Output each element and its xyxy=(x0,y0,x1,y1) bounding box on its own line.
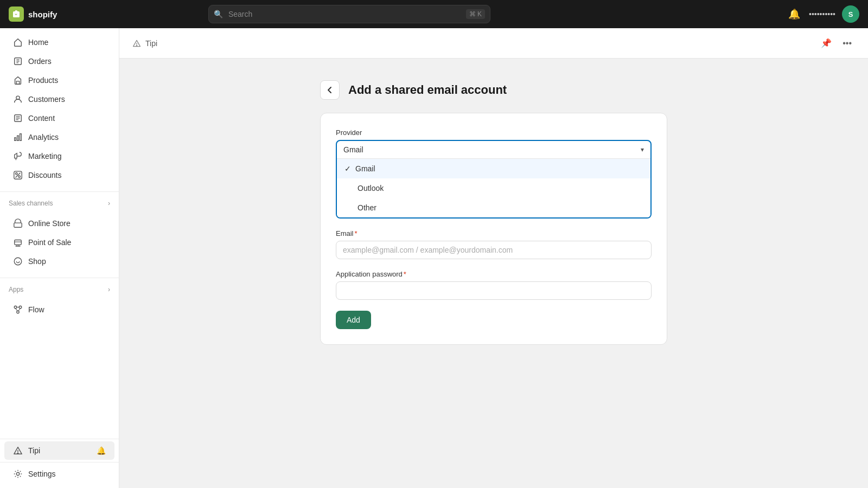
sidebar-item-home[interactable]: Home xyxy=(4,33,114,52)
discounts-icon xyxy=(13,170,23,180)
sidebar-label-online-store: Online Store xyxy=(28,219,71,228)
sidebar: Home Orders Products Customers Content xyxy=(0,28,119,488)
tipi-bell-icon: 🔔 xyxy=(97,446,106,455)
sidebar-label-marketing: Marketing xyxy=(28,152,61,160)
customers-icon xyxy=(13,94,23,104)
add-button[interactable]: Add xyxy=(336,311,371,329)
sidebar-label-pos: Point of Sale xyxy=(28,238,71,247)
app-password-input[interactable] xyxy=(336,281,652,300)
sidebar-label-tipi: Tipi xyxy=(28,446,40,455)
dropdown-item-gmail[interactable]: ✓ Gmail xyxy=(337,159,650,178)
content-icon xyxy=(13,113,23,123)
svg-point-15 xyxy=(16,173,18,175)
home-icon xyxy=(13,37,23,47)
dropdown-label-gmail: Gmail xyxy=(355,164,375,173)
sidebar-label-content: Content xyxy=(28,114,55,123)
app-body: Home Orders Products Customers Content xyxy=(0,28,868,488)
sidebar-item-marketing[interactable]: Marketing xyxy=(4,147,114,165)
apps-header[interactable]: Apps › xyxy=(0,280,119,296)
sidebar-item-settings[interactable]: Settings xyxy=(4,465,114,483)
sidebar-item-tipi[interactable]: Tipi 🔔 xyxy=(4,441,114,460)
main-content: Tipi 📌 ••• Add a shared email account Pr… xyxy=(119,28,868,488)
svg-line-17 xyxy=(16,173,21,178)
divider-1 xyxy=(0,191,119,192)
app-password-label: Application password* xyxy=(336,270,652,278)
divider-3 xyxy=(0,439,119,439)
sidebar-label-flow: Flow xyxy=(28,305,44,314)
sidebar-item-orders[interactable]: Orders xyxy=(4,52,114,70)
svg-point-34 xyxy=(16,472,19,475)
avatar[interactable]: S xyxy=(842,5,859,23)
sidebar-item-content[interactable]: Content xyxy=(4,109,114,127)
notification-bell-button[interactable]: 🔔 xyxy=(786,6,802,22)
page-header-actions: 📌 ••• xyxy=(818,36,855,50)
svg-point-25 xyxy=(14,258,22,265)
sidebar-label-orders: Orders xyxy=(28,57,52,66)
svg-point-28 xyxy=(17,311,20,313)
search-bar[interactable]: 🔍 ⌘ K xyxy=(208,5,490,23)
back-button[interactable] xyxy=(320,80,340,100)
app-password-group: Application password* xyxy=(336,270,652,300)
analytics-icon xyxy=(13,132,23,142)
sidebar-item-flow[interactable]: Flow xyxy=(4,300,114,319)
marketing-icon xyxy=(13,151,23,161)
sidebar-item-pos[interactable]: Point of Sale xyxy=(4,233,114,252)
sidebar-item-online-store[interactable]: Online Store xyxy=(4,214,114,233)
email-required: * xyxy=(355,229,358,237)
svg-point-16 xyxy=(18,176,21,178)
breadcrumb: Tipi xyxy=(132,39,157,48)
svg-line-30 xyxy=(16,309,18,311)
shop-icon xyxy=(13,256,23,266)
logo[interactable]: shopify xyxy=(9,7,57,22)
app-password-required: * xyxy=(404,270,406,278)
svg-point-27 xyxy=(19,306,22,309)
chevron-right-icon-2: › xyxy=(108,286,110,293)
store-icon xyxy=(13,219,23,228)
form-title-row: Add a shared email account xyxy=(320,80,667,100)
more-options-button[interactable]: ••• xyxy=(839,36,855,50)
store-name: •••••••••• xyxy=(809,10,835,18)
flow-icon xyxy=(13,305,23,314)
svg-rect-19 xyxy=(14,223,22,227)
topbar: shopify 🔍 ⌘ K 🔔 •••••••••• S xyxy=(0,0,868,28)
provider-selected-value: Gmail xyxy=(343,145,363,154)
sales-channels-header[interactable]: Sales channels › xyxy=(0,194,119,209)
sidebar-item-shop[interactable]: Shop xyxy=(4,252,114,271)
search-icon: 🔍 xyxy=(214,10,223,18)
chevron-down-icon: ▾ xyxy=(641,146,644,153)
sidebar-item-analytics[interactable]: Analytics xyxy=(4,128,114,146)
email-label: Email* xyxy=(336,229,652,237)
search-input[interactable] xyxy=(208,5,490,23)
sidebar-label-home: Home xyxy=(28,38,48,47)
form-area: Add a shared email account Provider Gmai… xyxy=(309,80,678,345)
provider-select-container[interactable]: Gmail ▾ ✓ Gmail Outlook xyxy=(336,140,652,219)
provider-selected-row[interactable]: Gmail ▾ xyxy=(337,141,650,158)
email-input[interactable] xyxy=(336,241,652,259)
svg-point-26 xyxy=(14,306,17,309)
svg-rect-12 xyxy=(17,136,19,140)
sidebar-label-analytics: Analytics xyxy=(28,133,59,142)
form-card: Provider Gmail ▾ ✓ Gmail xyxy=(320,113,667,345)
svg-rect-5 xyxy=(16,81,19,84)
settings-icon xyxy=(13,469,23,479)
check-icon: ✓ xyxy=(344,164,351,173)
provider-group: Provider Gmail ▾ ✓ Gmail xyxy=(336,129,652,219)
breadcrumb-warning-icon xyxy=(132,39,141,48)
sidebar-item-discounts[interactable]: Discounts xyxy=(4,166,114,184)
pin-button[interactable]: 📌 xyxy=(818,36,835,50)
svg-point-33 xyxy=(17,453,18,453)
sidebar-item-customers[interactable]: Customers xyxy=(4,90,114,108)
dropdown-item-outlook[interactable]: Outlook xyxy=(337,178,650,198)
provider-dropdown: ✓ Gmail Outlook Other xyxy=(337,158,650,217)
search-shortcut: ⌘ K xyxy=(466,9,485,19)
pos-icon xyxy=(13,237,23,247)
dropdown-label-outlook: Outlook xyxy=(358,184,384,192)
dropdown-item-other[interactable]: Other xyxy=(337,198,650,217)
sidebar-label-products: Products xyxy=(28,76,58,85)
divider-4 xyxy=(0,462,119,463)
sidebar-item-products[interactable]: Products xyxy=(4,71,114,89)
svg-rect-20 xyxy=(15,240,22,245)
back-arrow-icon xyxy=(326,86,334,94)
sidebar-label-discounts: Discounts xyxy=(28,171,61,179)
logo-text: shopify xyxy=(28,10,57,19)
